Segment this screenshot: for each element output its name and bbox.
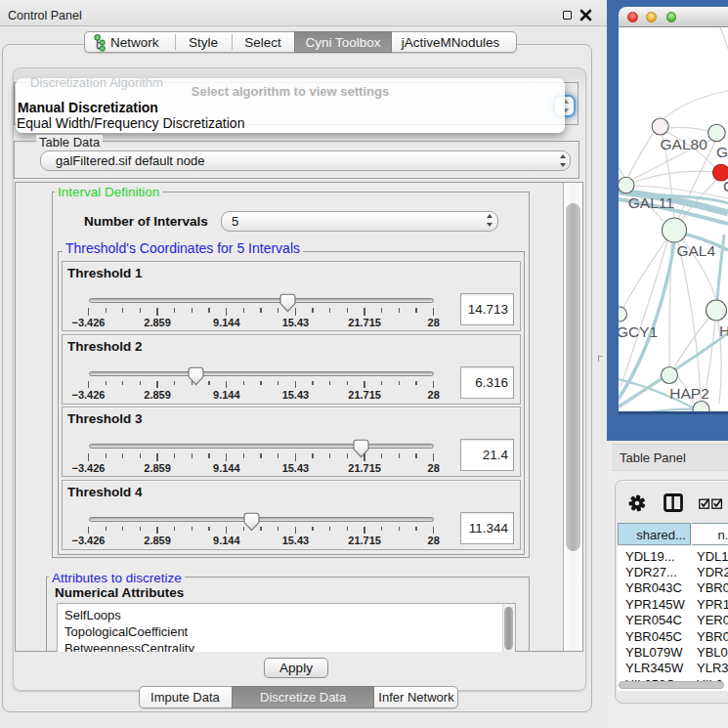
svg-text:GCY1: GCY1 (619, 323, 658, 340)
svg-text:G.: G. (716, 144, 728, 160)
svg-text:H: H (719, 322, 728, 339)
svg-text:GAL11: GAL11 (628, 194, 674, 211)
svg-text:C: C (723, 178, 728, 194)
svg-text:HAP2: HAP2 (669, 385, 709, 402)
svg-text:GAL80: GAL80 (661, 136, 708, 152)
svg-text:GAL4: GAL4 (676, 242, 715, 259)
